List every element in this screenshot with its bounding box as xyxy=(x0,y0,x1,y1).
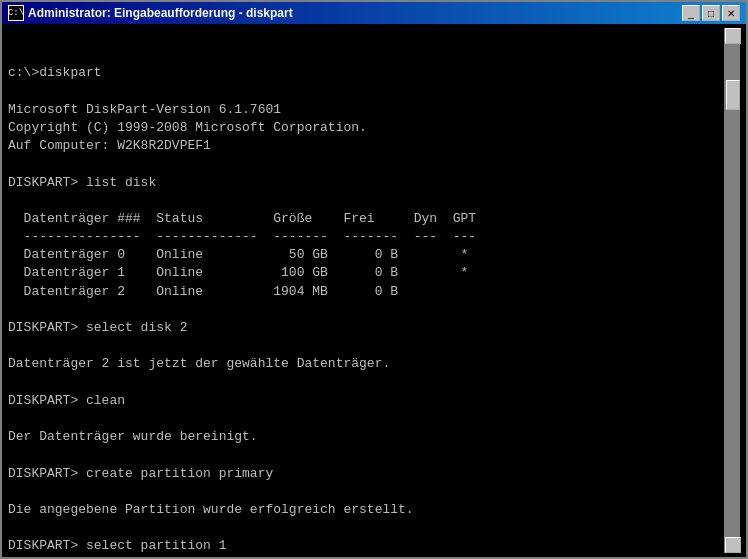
console-line: Microsoft DiskPart-Version 6.1.7601 xyxy=(8,101,724,119)
main-window: C:\ Administrator: Eingabeaufforderung -… xyxy=(0,0,748,559)
console-line xyxy=(8,519,724,537)
console-line xyxy=(8,446,724,464)
title-bar-left: C:\ Administrator: Eingabeaufforderung -… xyxy=(8,5,293,21)
console-line xyxy=(8,337,724,355)
scrollbar-track[interactable] xyxy=(725,44,740,537)
title-bar-buttons: _ □ ✕ xyxy=(682,5,740,21)
console-line xyxy=(8,410,724,428)
minimize-button[interactable]: _ xyxy=(682,5,700,21)
console-line: Datenträger 0 Online 50 GB 0 B * xyxy=(8,246,724,264)
console-line xyxy=(8,155,724,173)
console-area: c:\>diskpart Microsoft DiskPart-Version … xyxy=(2,24,746,557)
console-line: Copyright (C) 1999-2008 Microsoft Corpor… xyxy=(8,119,724,137)
console-line: DISKPART> clean xyxy=(8,392,724,410)
console-line: Der Datenträger wurde bereinigt. xyxy=(8,428,724,446)
console-line: DISKPART> create partition primary xyxy=(8,465,724,483)
console-line xyxy=(8,483,724,501)
console-line: Datenträger 2 Online 1904 MB 0 B xyxy=(8,283,724,301)
title-bar: C:\ Administrator: Eingabeaufforderung -… xyxy=(2,2,746,24)
console-line xyxy=(8,301,724,319)
console-line xyxy=(8,192,724,210)
scroll-up-button[interactable]: ▲ xyxy=(725,28,741,44)
console-line: Datenträger ### Status Größe Frei Dyn GP… xyxy=(8,210,724,228)
console-line: Auf Computer: W2K8R2DVPEF1 xyxy=(8,137,724,155)
console-line: Die angegebene Partition wurde erfolgrei… xyxy=(8,501,724,519)
window-title: Administrator: Eingabeaufforderung - dis… xyxy=(28,6,293,20)
console-line: DISKPART> list disk xyxy=(8,174,724,192)
scrollbar[interactable]: ▲ ▼ xyxy=(724,28,740,553)
console-line: --------------- ------------- ------- --… xyxy=(8,228,724,246)
console-line: DISKPART> select partition 1 xyxy=(8,537,724,553)
console-content[interactable]: c:\>diskpart Microsoft DiskPart-Version … xyxy=(8,28,724,553)
close-button[interactable]: ✕ xyxy=(722,5,740,21)
window-icon: C:\ xyxy=(8,5,24,21)
scroll-down-button[interactable]: ▼ xyxy=(725,537,741,553)
console-line: Datenträger 1 Online 100 GB 0 B * xyxy=(8,264,724,282)
console-line: c:\>diskpart xyxy=(8,64,724,82)
maximize-button[interactable]: □ xyxy=(702,5,720,21)
scrollbar-thumb[interactable] xyxy=(726,80,740,110)
console-line: Datenträger 2 ist jetzt der gewählte Dat… xyxy=(8,355,724,373)
console-line: DISKPART> select disk 2 xyxy=(8,319,724,337)
console-line xyxy=(8,83,724,101)
console-line xyxy=(8,374,724,392)
